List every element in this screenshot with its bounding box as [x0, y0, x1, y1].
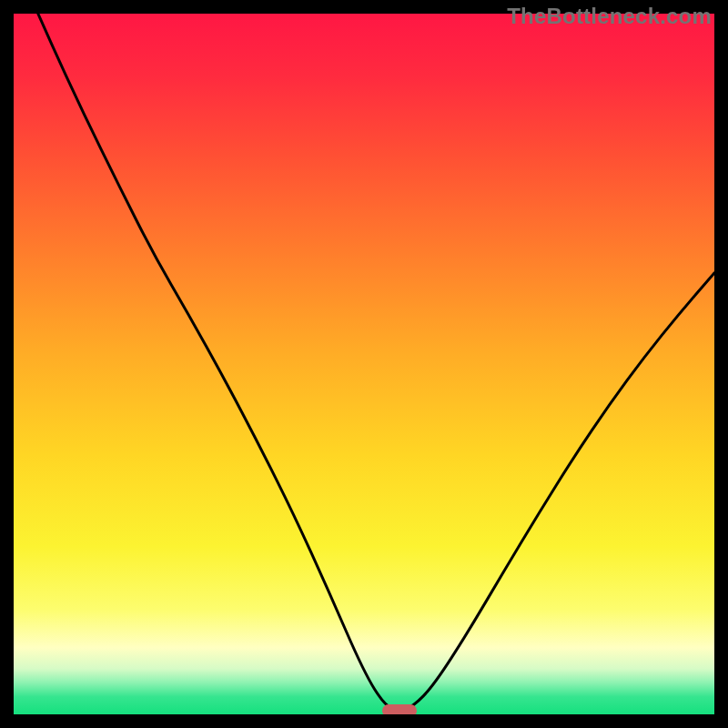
optimum-marker	[382, 704, 417, 714]
plot-area	[14, 14, 714, 714]
watermark-text: TheBottleneck.com	[507, 4, 712, 29]
bottleneck-curve	[14, 14, 714, 714]
chart-frame: TheBottleneck.com	[0, 0, 728, 728]
